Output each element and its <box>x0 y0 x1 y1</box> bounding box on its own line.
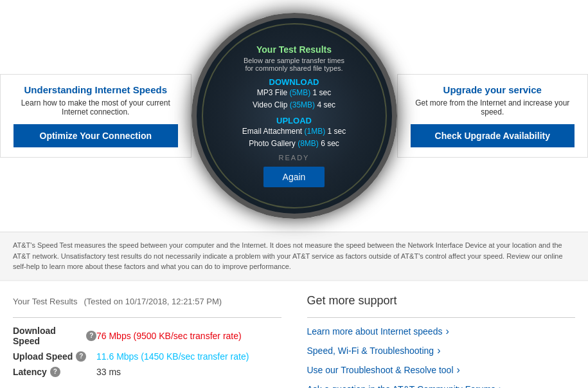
results-panel: Your Test Results Below are sample trans… <box>236 38 352 194</box>
upload-speed-row: Upload Speed ? 11.6 Mbps (1450 KB/sec tr… <box>13 351 281 362</box>
upload-speed-label: Upload Speed ? <box>13 351 96 362</box>
results-subtitle: Below are sample transfer timesfor commo… <box>242 57 346 72</box>
upload-section-label: UPLOAD <box>242 116 346 125</box>
latency-row: Latency ? 33 ms <box>13 367 281 377</box>
right-info-card: Upgrade your service Get more from the I… <box>397 74 589 158</box>
support-section-title: Get more support <box>307 294 576 308</box>
upload-speed-text: Upload Speed <box>13 351 73 362</box>
download-speed-label: Download Speed ? <box>13 326 96 346</box>
check-upgrade-button[interactable]: Check Upgrade Availability <box>411 124 575 147</box>
latency-text: Latency <box>13 367 47 377</box>
left-card-title: Understanding Internet Speeds <box>13 84 178 95</box>
download-row-2: Video Clip (35MB) 4 sec <box>242 99 346 111</box>
support-link-4[interactable]: Ask a question in the AT&T Community For… <box>307 383 576 389</box>
upload-speed-value: 11.6 Mbps (1450 KB/sec transfer rate) <box>96 351 249 362</box>
support-link-2[interactable]: Speed, Wi-Fi & Troubleshooting <box>307 345 576 356</box>
left-card-description: Learn how to make the most of your curre… <box>13 98 178 116</box>
disclaimer-text: AT&T's Speed Test measures the speed bet… <box>13 240 575 272</box>
support-column: Get more support Learn more about Intern… <box>307 294 576 389</box>
download-row-1: MP3 File (5MB) 1 sec <box>242 87 346 99</box>
again-button[interactable]: Again <box>263 167 325 187</box>
disclaimer: AT&T's Speed Test measures the speed bet… <box>0 232 588 280</box>
left-info-card: Understanding Internet Speeds Learn how … <box>0 74 192 158</box>
upload-row-1: Email Attachment (1MB) 1 sec <box>242 125 346 138</box>
gauge-area: DOWNLOAD 76 Mbps Your Test Results Below… <box>192 6 397 225</box>
bottom-section: Your Test Results (Tested on 10/17/2018,… <box>0 280 588 389</box>
center-gauge: Your Test Results Below are sample trans… <box>192 13 397 219</box>
download-section-label: DOWNLOAD <box>242 77 346 87</box>
results-section-title: Your Test Results (Tested on 10/17/2018,… <box>13 294 281 308</box>
results-title: Your Test Results <box>242 44 346 55</box>
download-help-icon[interactable]: ? <box>86 331 96 341</box>
upload-help-icon[interactable]: ? <box>76 351 86 362</box>
support-link-1[interactable]: Learn more about Internet speeds <box>307 326 576 337</box>
ready-label: READY <box>242 154 346 162</box>
results-tested-on: (Tested on 10/17/2018, 12:21:57 PM) <box>84 297 222 306</box>
download-speed-value: 76 Mbps (9500 KB/sec transfer rate) <box>96 331 242 341</box>
support-link-3[interactable]: Use our Troubleshoot & Resolve tool <box>307 364 576 376</box>
latency-label: Latency ? <box>13 367 96 377</box>
right-card-title: Upgrade your service <box>411 84 575 95</box>
results-title-text: Your Test Results <box>13 297 77 306</box>
results-column: Your Test Results (Tested on 10/17/2018,… <box>13 294 281 389</box>
optimize-connection-button[interactable]: Optimize Your Connection <box>13 124 178 147</box>
download-speed-text: Download Speed <box>13 326 83 346</box>
right-card-description: Get more from the Internet and increase … <box>411 98 575 116</box>
support-divider <box>307 317 576 318</box>
latency-value: 33 ms <box>96 367 121 377</box>
upload-row-2: Photo Gallery (8MB) 6 sec <box>242 138 346 150</box>
results-divider <box>13 317 281 318</box>
download-speed-row: Download Speed ? 76 Mbps (9500 KB/sec tr… <box>13 326 281 346</box>
top-section: Understanding Internet Speeds Learn how … <box>0 0 588 232</box>
latency-help-icon[interactable]: ? <box>50 367 60 377</box>
